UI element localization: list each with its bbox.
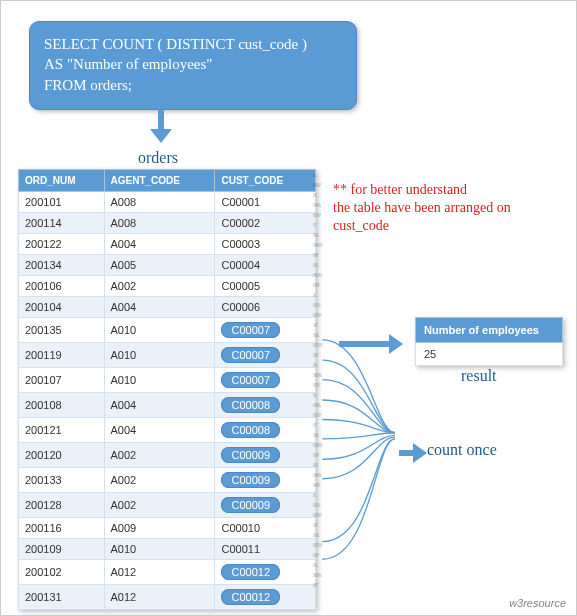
cell-agentcode: A004 [104, 418, 215, 443]
highlight-pill: C00009 [221, 497, 280, 513]
cell-agentcode: A004 [104, 393, 215, 418]
cell-custcode: C00007 [215, 343, 316, 368]
highlight-pill: C00007 [221, 347, 280, 363]
highlight-pill: C00008 [221, 422, 280, 438]
note-line-1: ** for better understand [333, 181, 553, 199]
cell-custcode: C00008 [215, 393, 316, 418]
highlight-pill: C00007 [221, 372, 280, 388]
table-row: 200108A004C00008 [19, 393, 316, 418]
table-row: 200116A009C00010 [19, 518, 316, 539]
cell-custcode: C00009 [215, 443, 316, 468]
cell-custcode: C00012 [215, 560, 316, 585]
cell-custcode: C00007 [215, 368, 316, 393]
highlight-pill: C00008 [221, 397, 280, 413]
annotation-note: ** for better understand the table have … [333, 181, 553, 236]
highlight-pill: C00009 [221, 447, 280, 463]
cell-agentcode: A009 [104, 518, 215, 539]
cell-ordnum: 200104 [19, 297, 105, 318]
count-once-label: count once [427, 441, 497, 459]
table-row: 200107A010C00007 [19, 368, 316, 393]
orders-header-custcode: CUST_CODE [215, 170, 316, 192]
orders-table: ORD_NUM AGENT_CODE CUST_CODE 200101A008C… [18, 169, 316, 610]
sql-line-3: FROM orders; [44, 75, 342, 95]
note-line-3: cust_code [333, 217, 553, 235]
note-line-2: the table have been arranged on [333, 199, 553, 217]
cell-ordnum: 200122 [19, 234, 105, 255]
cell-ordnum: 200102 [19, 560, 105, 585]
cell-ordnum: 200128 [19, 493, 105, 518]
torn-paper-edge-icon [313, 173, 323, 591]
cell-agentcode: A004 [104, 234, 215, 255]
footer-credit: w3resource [509, 597, 566, 609]
table-row: 200133A002C00009 [19, 468, 316, 493]
orders-header-row: ORD_NUM AGENT_CODE CUST_CODE [19, 170, 316, 192]
highlight-pill: C00012 [221, 589, 280, 605]
cell-ordnum: 200135 [19, 318, 105, 343]
result-table: Number of employees 25 [415, 317, 563, 366]
cell-agentcode: A010 [104, 318, 215, 343]
result-header: Number of employees [416, 318, 563, 343]
cell-custcode: C00010 [215, 518, 316, 539]
orders-header-ordnum: ORD_NUM [19, 170, 105, 192]
arrow-right-to-result-icon [339, 334, 403, 354]
table-row: 200102A012C00012 [19, 560, 316, 585]
table-row: 200134A005C00004 [19, 255, 316, 276]
cell-custcode: C00009 [215, 493, 316, 518]
cell-custcode: C00009 [215, 468, 316, 493]
cell-agentcode: A012 [104, 560, 215, 585]
cell-custcode: C00001 [215, 192, 316, 213]
result-label: result [461, 367, 497, 385]
cell-custcode: C00005 [215, 276, 316, 297]
cell-custcode: C00006 [215, 297, 316, 318]
cell-ordnum: 200133 [19, 468, 105, 493]
table-row: 200128A002C00009 [19, 493, 316, 518]
cell-ordnum: 200108 [19, 393, 105, 418]
cell-ordnum: 200119 [19, 343, 105, 368]
highlight-pill: C00012 [221, 564, 280, 580]
table-row: 200104A004C00006 [19, 297, 316, 318]
cell-ordnum: 200114 [19, 213, 105, 234]
cell-agentcode: A002 [104, 468, 215, 493]
sql-line-2: AS "Number of employees" [44, 54, 342, 74]
table-row: 200120A002C00009 [19, 443, 316, 468]
table-row: 200131A012C00012 [19, 585, 316, 610]
table-row: 200135A010C00007 [19, 318, 316, 343]
cell-agentcode: A005 [104, 255, 215, 276]
orders-table-label: orders [138, 149, 178, 167]
cell-ordnum: 200116 [19, 518, 105, 539]
cell-ordnum: 200107 [19, 368, 105, 393]
arrow-down-icon [146, 103, 176, 143]
cell-ordnum: 200131 [19, 585, 105, 610]
orders-header-agentcode: AGENT_CODE [104, 170, 215, 192]
cell-custcode: C00012 [215, 585, 316, 610]
table-row: 200109A010C00011 [19, 539, 316, 560]
cell-ordnum: 200121 [19, 418, 105, 443]
cell-ordnum: 200109 [19, 539, 105, 560]
cell-custcode: C00004 [215, 255, 316, 276]
cell-agentcode: A002 [104, 493, 215, 518]
cell-agentcode: A004 [104, 297, 215, 318]
cell-agentcode: A002 [104, 443, 215, 468]
cell-ordnum: 200134 [19, 255, 105, 276]
table-row: 200119A010C00007 [19, 343, 316, 368]
cell-custcode: C00008 [215, 418, 316, 443]
table-row: 200122A004C00003 [19, 234, 316, 255]
cell-agentcode: A012 [104, 585, 215, 610]
highlight-pill: C00007 [221, 322, 280, 338]
cell-agentcode: A010 [104, 368, 215, 393]
sql-line-1: SELECT COUNT ( DISTINCT cust_code ) [44, 34, 342, 54]
cell-agentcode: A010 [104, 539, 215, 560]
table-row: 200121A004C00008 [19, 418, 316, 443]
cell-custcode: C00007 [215, 318, 316, 343]
cell-agentcode: A010 [104, 343, 215, 368]
sql-query-box: SELECT COUNT ( DISTINCT cust_code ) AS "… [29, 21, 357, 110]
cell-custcode: C00002 [215, 213, 316, 234]
table-row: 200114A008C00002 [19, 213, 316, 234]
cell-ordnum: 200120 [19, 443, 105, 468]
cell-ordnum: 200106 [19, 276, 105, 297]
table-row: 200106A002C00005 [19, 276, 316, 297]
cell-agentcode: A008 [104, 213, 215, 234]
cell-agentcode: A008 [104, 192, 215, 213]
table-row: 200101A008C00001 [19, 192, 316, 213]
arrow-right-count-icon [399, 443, 427, 463]
